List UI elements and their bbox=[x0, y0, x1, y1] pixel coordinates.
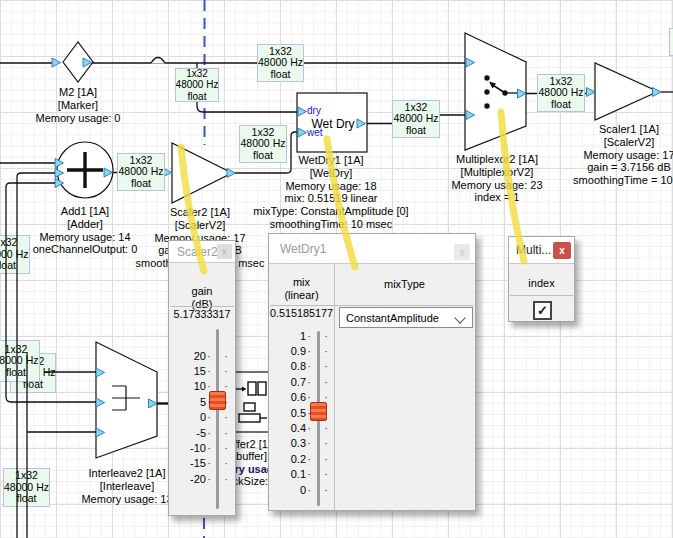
close-icon[interactable]: x bbox=[454, 244, 470, 260]
multi-panel-title: Multi... bbox=[516, 243, 551, 257]
mixtype-dropdown-value: ConstantAmplitude bbox=[346, 312, 439, 324]
slider-tick: 0·· bbox=[270, 482, 329, 497]
patch-canvas[interactable]: 1x3248000 Hzfloat 1x3248000 Hzfloat 1x32… bbox=[0, 0, 673, 538]
wire bbox=[6, 183, 96, 402]
slider-tick: 0.7·· bbox=[270, 374, 329, 389]
column-divider bbox=[334, 263, 335, 510]
wetdry1-slider-handle[interactable] bbox=[310, 402, 327, 421]
scaler2-slider-handle[interactable] bbox=[209, 391, 226, 410]
wetdry1-panel-title: WetDry1 bbox=[280, 242, 326, 256]
wetdry1-mix-header: mix(linear) bbox=[269, 276, 334, 301]
scaler2-panel-title: Scaler2 bbox=[177, 245, 218, 259]
multi-panel-titlebar[interactable]: Multi... x bbox=[509, 237, 574, 264]
separator bbox=[510, 295, 573, 296]
slider-tick: 15·· bbox=[170, 363, 229, 378]
wetdry1-mixtype-header: mixType bbox=[334, 278, 475, 291]
slider-tick: -10·· bbox=[170, 440, 229, 455]
multiplexor-param-panel[interactable]: Multi... x index ✓ bbox=[508, 236, 575, 322]
slider-tick: 1·· bbox=[270, 328, 329, 343]
slider-tick: -20·· bbox=[170, 471, 229, 486]
slider-tick: 0.3·· bbox=[270, 436, 329, 451]
slider-tick: 20·· bbox=[170, 348, 229, 363]
multi-index-header: index bbox=[509, 277, 574, 290]
chevron-down-icon bbox=[454, 312, 465, 323]
close-icon[interactable]: x bbox=[553, 242, 571, 259]
wetdry1-mix-value[interactable]: 0.515185177 bbox=[269, 307, 334, 319]
slider-tick: 0.4·· bbox=[270, 420, 329, 435]
scaler2-panel-titlebar[interactable]: Scaler2 x bbox=[169, 241, 235, 263]
index-checkbox[interactable]: ✓ bbox=[533, 301, 552, 320]
scaler2-param-panel[interactable]: Scaler2 x gain(dB) 5.17333317 20··15··10… bbox=[168, 240, 236, 516]
separator bbox=[270, 305, 474, 306]
slider-tick: 0.1·· bbox=[270, 467, 329, 482]
slider-tick: -15·· bbox=[170, 456, 229, 471]
slider-tick: -5·· bbox=[170, 425, 229, 440]
mixtype-dropdown[interactable]: ConstantAmplitude bbox=[339, 307, 473, 328]
slider-tick: 0.8·· bbox=[270, 359, 329, 374]
scaler2-slider-scale: 20··15··10··5··0··-5··-10··-15··-20·· bbox=[170, 348, 229, 487]
separator bbox=[170, 306, 234, 307]
wetdry1-param-panel[interactable]: WetDry1 x mix(linear) mixType 0.51518517… bbox=[268, 233, 476, 511]
slider-tick: 0.9·· bbox=[270, 343, 329, 358]
slider-tick: 0.2·· bbox=[270, 451, 329, 466]
close-icon[interactable]: x bbox=[217, 244, 232, 259]
wire bbox=[17, 173, 55, 538]
scaler2-gain-value[interactable]: 5.17333317 bbox=[169, 308, 235, 320]
wetdry1-panel-titlebar[interactable]: WetDry1 x bbox=[269, 234, 475, 264]
slider-tick: 0·· bbox=[170, 410, 229, 425]
